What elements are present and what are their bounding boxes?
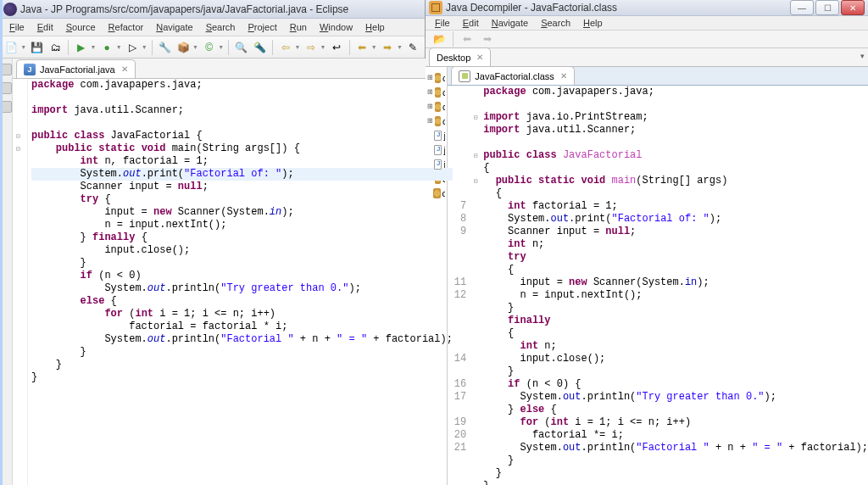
tab-desktop[interactable]: Desktop ✕ (429, 47, 491, 66)
menu-edit[interactable]: Edit (457, 16, 485, 30)
menu-navigate[interactable]: Navigate (150, 20, 198, 34)
tab-label: JavaFactorial.class (475, 71, 554, 81)
new-class-button[interactable]: © (201, 39, 217, 56)
forward-button[interactable]: ➡ (380, 39, 396, 56)
close-icon[interactable]: ✕ (121, 64, 128, 74)
nav-forward-button[interactable]: ➡ (479, 31, 496, 47)
tab-javafactorial-class[interactable]: JavaFactorial.class ✕ (451, 66, 575, 85)
java-file-icon (24, 64, 36, 75)
save-all-button[interactable]: 🗂 (47, 39, 64, 56)
save-button[interactable]: 💾 (29, 39, 45, 56)
menu-file[interactable]: File (429, 16, 456, 30)
jd-content: JavaFactorial.class ✕ 789111214161719202… (448, 67, 868, 485)
menu-source[interactable]: Source (60, 20, 102, 34)
jd-code-view[interactable]: 7891112141617192021 ⊟⊟⊟ package com.java… (448, 86, 868, 485)
tab-label: Desktop (437, 53, 470, 63)
class-file-icon (459, 70, 470, 82)
eclipse-window: Java - JP Programs/src/com/javapapers/ja… (0, 0, 426, 485)
eclipse-toolbar: 📄▼ 💾 🗂 ▶▼ ●▼ ▷▼ 🔧 📦▼ ©▼ 🔍 🔦 ⇦▼ ⇨▼ ↩ ⬅▼ ➡… (0, 36, 425, 59)
new-button[interactable]: 📄 (3, 39, 19, 56)
menu-edit[interactable]: Edit (31, 20, 59, 34)
annotation-next-button[interactable]: ⇨ (303, 39, 319, 56)
eclipse-menubar: FileEditSourceRefactorNavigateSearchProj… (0, 19, 425, 36)
menu-search[interactable]: Search (535, 16, 576, 30)
debug-button[interactable]: ▶ (73, 39, 89, 56)
jd-inner-tabbar: JavaFactorial.class ✕ (448, 67, 868, 86)
nav-back-button[interactable]: ⬅ (459, 31, 476, 47)
eclipse-editor-area: JavaFactorial.java ✕ ⊟ ⊟ package com.jav… (0, 59, 425, 485)
new-package-button[interactable]: 📦 (175, 39, 192, 56)
eclipse-tab-bar: JavaFactorial.java ✕ (13, 59, 453, 79)
jd-body: Desktop ✕ ▾ ⊞c⊞c⊞c⊞cjjj⊟cc JavaFactorial… (426, 48, 868, 485)
jd-app-icon (429, 1, 442, 14)
jd-split: ⊞c⊞c⊞c⊞cjjj⊟cc JavaFactorial.class ✕ 789… (426, 67, 868, 485)
code-content[interactable]: package com.javapapers.java; import java… (28, 79, 453, 485)
close-icon[interactable]: ✕ (560, 71, 567, 81)
annotation-prev-button[interactable]: ⇦ (277, 39, 293, 56)
eclipse-titlebar[interactable]: Java - JP Programs/src/com/javapapers/ja… (0, 0, 425, 19)
minimize-button[interactable]: — (790, 0, 814, 15)
tab-javafactorial-java[interactable]: JavaFactorial.java ✕ (16, 59, 136, 78)
menu-run[interactable]: Run (284, 20, 313, 34)
menu-help[interactable]: Help (577, 16, 609, 30)
pin-button[interactable]: ✎ (405, 39, 421, 56)
open-file-button[interactable]: 📂 (431, 31, 448, 47)
run-ext-button[interactable]: ▷ (125, 39, 141, 56)
menu-project[interactable]: Project (242, 20, 283, 34)
back-button[interactable]: ⬅ (354, 39, 370, 56)
eclipse-code-editor[interactable]: ⊟ ⊟ package com.javapapers.java; import … (13, 79, 453, 485)
menu-file[interactable]: File (3, 20, 31, 34)
run-button[interactable]: ● (99, 39, 115, 56)
tab-label: JavaFactorial.java (40, 64, 115, 75)
menu-help[interactable]: Help (359, 20, 391, 34)
maximize-button[interactable]: ☐ (815, 0, 839, 15)
chevron-down-icon[interactable]: ▾ (860, 52, 865, 60)
search-button[interactable]: 🔦 (252, 39, 268, 56)
last-edit-button[interactable]: ↩ (329, 39, 345, 56)
jd-titlebar[interactable]: Java Decompiler - JavaFactorial.class — … (426, 0, 868, 16)
menu-search[interactable]: Search (200, 20, 242, 34)
build-button[interactable]: 🔧 (157, 39, 173, 56)
jd-title: Java Decompiler - JavaFactorial.class (446, 2, 790, 14)
jd-window: Java Decompiler - JavaFactorial.class — … (426, 0, 868, 485)
menu-navigate[interactable]: Navigate (486, 16, 534, 30)
fold-gutter[interactable]: ⊟⊟⊟ (470, 86, 481, 485)
jd-outer-tabbar: Desktop ✕ ▾ (426, 48, 868, 67)
eclipse-editor-stack: JavaFactorial.java ✕ ⊟ ⊟ package com.jav… (13, 59, 453, 485)
close-icon[interactable]: ✕ (476, 53, 483, 62)
eclipse-app-icon (3, 3, 17, 16)
close-button[interactable]: ✕ (841, 0, 865, 15)
menu-refactor[interactable]: Refactor (103, 20, 150, 34)
menu-window[interactable]: Window (314, 20, 359, 34)
jd-toolbar: 📂 ⬅ ➡ (426, 31, 868, 48)
eclipse-title: Java - JP Programs/src/com/javapapers/ja… (20, 3, 421, 15)
jd-menubar: FileEditNavigateSearchHelp (426, 16, 868, 31)
code-content[interactable]: package com.javapapers.java; import java… (481, 86, 868, 485)
fold-gutter[interactable]: ⊟ ⊟ (13, 79, 28, 485)
open-type-button[interactable]: 🔍 (233, 39, 249, 56)
window-controls: — ☐ ✕ (790, 0, 865, 15)
